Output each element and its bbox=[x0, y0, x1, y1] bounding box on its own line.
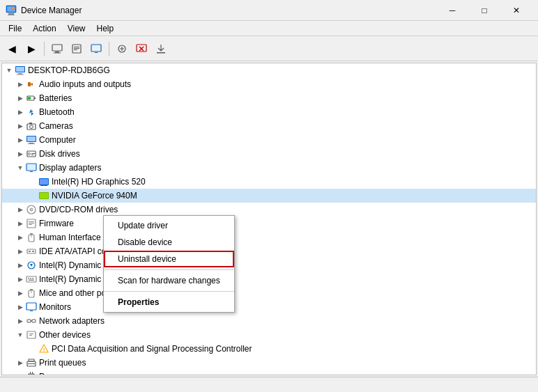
tree-item-firmware[interactable]: ▶ Firmware bbox=[2, 217, 536, 230]
svg-rect-31 bbox=[29, 143, 33, 143]
remove-icon-btn[interactable] bbox=[132, 40, 151, 58]
tree-item-printqueues[interactable]: ▶ Print queues bbox=[2, 356, 536, 370]
tree-item-processors[interactable]: ▶ Processors bbox=[2, 370, 536, 375]
tree-item-inteldyn[interactable]: ▶ Intel(R) Dynamic Platform... bbox=[2, 258, 536, 272]
audio-icon bbox=[26, 79, 37, 90]
menu-item-action[interactable]: Action bbox=[27, 22, 61, 35]
tree-item-pcidata[interactable]: ▶ ! PCI Data Acquisition and Signal Proc… bbox=[2, 342, 536, 356]
svg-rect-65 bbox=[30, 289, 33, 290]
minimize-button[interactable]: ─ bbox=[436, 0, 468, 21]
monitors-label: Monitors bbox=[39, 302, 71, 312]
forward-button[interactable]: ▶ bbox=[22, 40, 40, 58]
tree-item-networkadapters[interactable]: ▶ Network adapters bbox=[2, 314, 536, 328]
tree-item-intel-gpu[interactable]: ▶ Intel(R) HD Graphics 520 bbox=[2, 175, 536, 189]
tree-item-batteries[interactable]: ▶ Batteries bbox=[2, 91, 536, 105]
diskdrives-expander[interactable]: ▶ bbox=[15, 148, 26, 159]
svg-rect-12 bbox=[74, 49, 77, 50]
svg-rect-83 bbox=[32, 372, 33, 374]
svg-rect-25 bbox=[28, 97, 31, 100]
computer-icon-btn[interactable] bbox=[48, 40, 66, 58]
dvd-expander[interactable]: ▶ bbox=[15, 204, 26, 215]
humaninterf-expander[interactable]: ▶ bbox=[15, 232, 26, 243]
monitor-icon-btn[interactable] bbox=[87, 40, 105, 58]
tree-item-cameras[interactable]: ▶ Cameras bbox=[2, 119, 536, 133]
svg-text:!: ! bbox=[43, 347, 45, 353]
processors-expander[interactable]: ▶ bbox=[15, 371, 26, 375]
svg-rect-55 bbox=[27, 249, 36, 253]
tree-item-keyboards[interactable]: ▶ Intel(R) Dynamic Platform... bbox=[2, 272, 536, 286]
toolbar-sep-1 bbox=[44, 42, 45, 56]
ideata-expander[interactable]: ▶ bbox=[15, 246, 26, 257]
displayadapters-expander[interactable]: ▼ bbox=[15, 162, 26, 173]
tree-item-computer[interactable]: ▶ Computer bbox=[2, 133, 536, 147]
tree-item-displayadapters[interactable]: ▼ Display adapters bbox=[2, 161, 536, 175]
menu-item-help[interactable]: Help bbox=[91, 22, 120, 35]
svg-rect-17 bbox=[157, 52, 165, 54]
tree-root[interactable]: ▼ DESKTOP-RDJB6GG bbox=[2, 63, 536, 77]
batteries-icon bbox=[26, 93, 37, 104]
tree-item-nvidia[interactable]: ▶ NVIDIA GeForce 940M bbox=[2, 189, 536, 203]
menu-item-file[interactable]: File bbox=[3, 22, 27, 35]
cameras-expander[interactable]: ▶ bbox=[15, 120, 26, 132]
svg-rect-1 bbox=[8, 13, 14, 15]
keyboards-expander[interactable]: ▶ bbox=[15, 274, 26, 285]
properties-icon-btn[interactable] bbox=[68, 40, 86, 58]
firmware-expander[interactable]: ▶ bbox=[15, 218, 26, 229]
tree-item-mice[interactable]: ▶ Mice and other pointing devices bbox=[2, 286, 536, 300]
download-icon-btn[interactable] bbox=[152, 40, 170, 58]
intel-gpu-icon bbox=[38, 176, 49, 187]
svg-rect-56 bbox=[29, 251, 31, 252]
tree-item-dvd[interactable]: ▶ DVD/CD-ROM drives bbox=[2, 203, 536, 217]
back-button[interactable]: ◀ bbox=[3, 40, 21, 58]
networkadapters-expander[interactable]: ▶ bbox=[15, 315, 26, 327]
menu-item-view[interactable]: View bbox=[62, 22, 91, 35]
context-separator-1 bbox=[104, 269, 234, 270]
context-scan-hardware[interactable]: Scan for hardware changes bbox=[104, 272, 234, 289]
scan-icon-btn[interactable] bbox=[113, 40, 131, 58]
status-bar bbox=[0, 377, 538, 392]
tree-item-audio[interactable]: ▶ Audio inputs and outputs bbox=[2, 77, 536, 91]
tree-item-humaninterf[interactable]: ▶ Human Interface Devices bbox=[2, 230, 536, 244]
context-update-driver[interactable]: Update driver bbox=[104, 217, 234, 234]
tree-item-otherdevices[interactable]: ▼ Other devices bbox=[2, 328, 536, 342]
svg-rect-35 bbox=[31, 153, 35, 154]
bluetooth-expander[interactable]: ▶ bbox=[15, 107, 26, 118]
svg-point-34 bbox=[29, 153, 31, 155]
svg-rect-78 bbox=[29, 359, 34, 361]
processors-label: Processors bbox=[39, 372, 81, 375]
svg-rect-2 bbox=[8, 15, 15, 15]
computer-expander[interactable]: ▶ bbox=[15, 134, 26, 146]
context-uninstall-device[interactable]: Uninstall device bbox=[104, 251, 234, 267]
root-expander[interactable]: ▼ bbox=[3, 65, 15, 76]
bluetooth-icon bbox=[26, 107, 37, 118]
otherdevices-expander[interactable]: ▼ bbox=[15, 329, 26, 340]
context-properties[interactable]: Properties bbox=[104, 294, 234, 311]
batteries-expander[interactable]: ▶ bbox=[15, 93, 26, 104]
audio-expander[interactable]: ▶ bbox=[15, 79, 26, 90]
tree-item-ideata[interactable]: ▶ IDE ATA/ATAPI controllers bbox=[2, 244, 536, 258]
context-disable-device[interactable]: Disable device bbox=[104, 234, 234, 251]
processors-icon bbox=[26, 371, 37, 375]
svg-rect-74 bbox=[29, 335, 32, 336]
inteldyn-expander[interactable]: ▶ bbox=[15, 260, 26, 271]
tree-item-monitors[interactable]: ▶ Monitors bbox=[2, 300, 536, 314]
mice-expander[interactable]: ▶ bbox=[15, 288, 26, 299]
svg-rect-51 bbox=[29, 224, 32, 225]
printqueues-label: Print queues bbox=[39, 358, 86, 368]
svg-rect-30 bbox=[27, 136, 36, 141]
svg-rect-49 bbox=[29, 221, 34, 222]
monitors-expander[interactable]: ▶ bbox=[15, 301, 26, 313]
keyboards-icon bbox=[26, 274, 37, 285]
close-button[interactable]: ✕ bbox=[500, 0, 532, 21]
svg-point-5 bbox=[13, 7, 14, 8]
intel-gpu-label: Intel(R) HD Graphics 520 bbox=[52, 177, 146, 187]
toolbar-sep-2 bbox=[109, 42, 109, 56]
tree-item-diskdrives[interactable]: ▶ Disk drives bbox=[2, 147, 536, 161]
humaninterf-icon bbox=[26, 232, 37, 243]
maximize-button[interactable]: □ bbox=[468, 0, 500, 21]
tree-item-bluetooth[interactable]: ▶ Bluetooth bbox=[2, 105, 536, 119]
networkadapters-icon bbox=[26, 315, 37, 327]
tree-scroll[interactable]: ▼ DESKTOP-RDJB6GG ▶ bbox=[2, 63, 536, 375]
root-label: DESKTOP-RDJB6GG bbox=[28, 65, 110, 75]
printqueues-expander[interactable]: ▶ bbox=[15, 357, 26, 368]
